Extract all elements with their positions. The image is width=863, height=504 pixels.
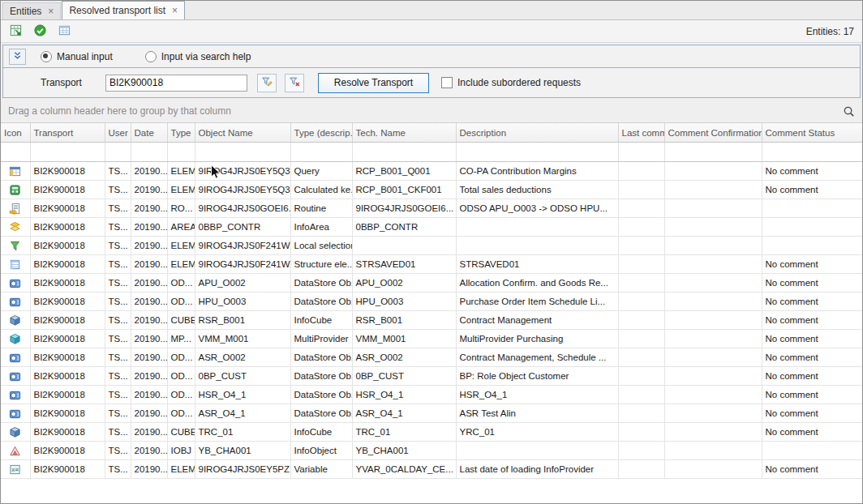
- collapse-panel-button[interactable]: [9, 49, 26, 65]
- cell-last-comment: [618, 442, 664, 460]
- cell-date: 20190...: [131, 460, 167, 479]
- column-header-comment-confirmation[interactable]: Comment Confirmation: [664, 123, 762, 143]
- cell-last-comment: [618, 199, 664, 218]
- header-row: IconTransportUserDateTypeObject NameType…: [1, 123, 862, 143]
- cell-comment-confirmation: [664, 255, 762, 274]
- group-by-panel[interactable]: Drag a column header here to group by th…: [1, 100, 862, 123]
- grid-view-icon: [58, 23, 71, 40]
- filter-cell[interactable]: [1, 143, 30, 162]
- table-row[interactable]: BI2K900018TS...20190...OD...HSR_O4_1Data…: [1, 386, 862, 404]
- filter-cell[interactable]: [195, 143, 290, 162]
- filter-cell[interactable]: [456, 143, 618, 162]
- cell-type: ELEM: [167, 460, 195, 479]
- tab-label: Resolved transport list: [69, 5, 165, 16]
- cell-date: 20190...: [131, 404, 167, 423]
- cell-user: TS...: [105, 460, 131, 479]
- column-header-tech-name[interactable]: Tech. Name: [352, 123, 456, 143]
- table-row[interactable]: BI2K900018TS...20190...OD...ASR_O4_1Data…: [1, 404, 862, 423]
- table-row[interactable]: BI2K900018TS...20190...ELEM9IROG4JRJS0EY…: [1, 181, 862, 199]
- filter-cell[interactable]: [105, 143, 131, 162]
- cell-type-desc: InfoObject: [290, 442, 352, 460]
- column-header-transport[interactable]: Transport: [30, 123, 105, 143]
- cell-date: 20190...: [131, 367, 167, 386]
- radio-input-via-search-help[interactable]: Input via search help: [145, 51, 251, 62]
- cell-description: ODSO APU_O003 -> ODSO HPU...: [456, 199, 618, 218]
- table-row[interactable]: BI2K900018TS...20190...CUBETRC_01InfoCub…: [1, 423, 862, 442]
- column-header-icon[interactable]: Icon: [1, 123, 30, 143]
- column-header-type[interactable]: Type: [167, 123, 195, 143]
- cell-object-name: RSR_B001: [195, 311, 290, 330]
- grid-view-button[interactable]: [54, 22, 75, 41]
- cell-comment-status: No comment: [762, 348, 862, 367]
- column-header-comment-status[interactable]: Comment Status: [762, 123, 862, 143]
- table-row[interactable]: BI2K900018TS...20190...OD...ASR_O002Data…: [1, 348, 862, 367]
- table-row[interactable]: BI2K900018TS...20190...OD...0BP_CUSTData…: [1, 367, 862, 386]
- auto-filter-row: [1, 143, 862, 162]
- cell-transport: BI2K900018: [30, 367, 105, 386]
- filter-cell[interactable]: [352, 143, 456, 162]
- cell-comment-status: No comment: [762, 293, 862, 311]
- table-row[interactable]: BI2K900018TS...20190...ELEM9IROG4JRJS0EY…: [1, 162, 862, 181]
- tab-entities[interactable]: Entities×: [2, 2, 61, 19]
- filter-cell[interactable]: [167, 143, 195, 162]
- cell-transport: BI2K900018: [30, 348, 105, 367]
- radio-button-icon: [145, 51, 157, 62]
- column-header-date[interactable]: Date: [131, 123, 167, 143]
- datastore-icon: [1, 348, 30, 367]
- cell-tech-name: RCP_B001_Q001: [352, 162, 456, 181]
- cell-date: 20190...: [131, 181, 167, 199]
- resolve-transport-button[interactable]: Resolve Transport: [318, 73, 429, 93]
- column-header-object-name[interactable]: Object Name: [195, 123, 290, 143]
- close-tab-icon[interactable]: ×: [48, 6, 54, 16]
- filter-cell[interactable]: [290, 143, 352, 162]
- cell-type: OD...: [167, 348, 195, 367]
- transport-input[interactable]: [105, 75, 247, 92]
- filter-cell[interactable]: [762, 143, 862, 162]
- radio-manual-input[interactable]: Manual input: [41, 51, 113, 62]
- filter-cell[interactable]: [30, 143, 105, 162]
- table-row[interactable]: BI2K900018TS...20190...AREA0BBP_CONTRInf…: [1, 218, 862, 237]
- cell-type-desc: Structure ele...: [290, 255, 352, 274]
- cell-object-name: 9IROG4JRJS0EY5Q3...: [195, 181, 290, 199]
- tab-resolved-transport-list[interactable]: Resolved transport list×: [62, 1, 185, 19]
- table-row[interactable]: BI2K900018TS...20190...MP...VMM_M001Mult…: [1, 330, 862, 348]
- cell-comment-status: No comment: [762, 255, 862, 274]
- cell-comment-confirmation: [664, 237, 762, 255]
- cell-tech-name: ASR_O4_1: [352, 404, 456, 423]
- filter-cell[interactable]: [618, 143, 664, 162]
- table-row[interactable]: x=BI2K900018TS...20190...ELEM9IROG4JRJS0…: [1, 460, 862, 479]
- table-row[interactable]: BI2K900018TS...20190...ELEM9IROG4JRJS0F2…: [1, 237, 862, 255]
- include-subordered-checkbox[interactable]: Include subordered requests: [441, 77, 581, 88]
- cell-description: Contract Management, Schedule ...: [456, 348, 618, 367]
- search-icon[interactable]: [843, 105, 855, 117]
- cell-transport: BI2K900018: [30, 218, 105, 237]
- confirm-button[interactable]: [30, 22, 50, 41]
- table-row[interactable]: BI2K900018TS...20190...IOBJYB_CHA001Info…: [1, 442, 862, 460]
- confirm-icon: [33, 23, 47, 40]
- close-tab-icon[interactable]: ×: [172, 6, 178, 15]
- cell-description: YRC_01: [456, 423, 618, 442]
- cell-type: OD...: [167, 404, 195, 423]
- cell-type-desc: DataStore Ob...: [290, 386, 352, 404]
- table-row[interactable]: BI2K900018TS...20190...OD...APU_O002Data…: [1, 274, 862, 293]
- export-grid-button[interactable]: [6, 22, 26, 41]
- table-row[interactable]: BI2K900018TS...20190...ELEM9IROG4JRJS0F2…: [1, 255, 862, 274]
- cell-comment-status: No comment: [762, 274, 862, 293]
- cell-comment-status: [762, 199, 862, 218]
- table-row[interactable]: BI2K900018TS...20190...RO...9IROG4JRJS0G…: [1, 199, 862, 218]
- filter-cell[interactable]: [664, 143, 762, 162]
- filter-cell[interactable]: [131, 143, 167, 162]
- cell-comment-status: No comment: [762, 367, 862, 386]
- filter-clear-button[interactable]: [285, 74, 304, 92]
- table-row[interactable]: BI2K900018TS...20190...CUBERSR_B001InfoC…: [1, 311, 862, 330]
- filter-edit-button[interactable]: [257, 74, 277, 92]
- cell-object-name: 9IROG4JRJS0EY5Q3...: [195, 162, 290, 181]
- cell-description: MultiProvider Purchasing: [456, 330, 618, 348]
- column-header-last-commenti[interactable]: Last commenti...: [618, 123, 664, 143]
- column-header-type-descrip[interactable]: Type (descrip...: [290, 123, 352, 143]
- cell-type: ELEM: [167, 162, 195, 181]
- column-header-description[interactable]: Description: [456, 123, 618, 143]
- table-row[interactable]: BI2K900018TS...20190...OD...HPU_O003Data…: [1, 293, 862, 311]
- datastore-icon: [1, 404, 30, 423]
- column-header-user[interactable]: User: [105, 123, 131, 143]
